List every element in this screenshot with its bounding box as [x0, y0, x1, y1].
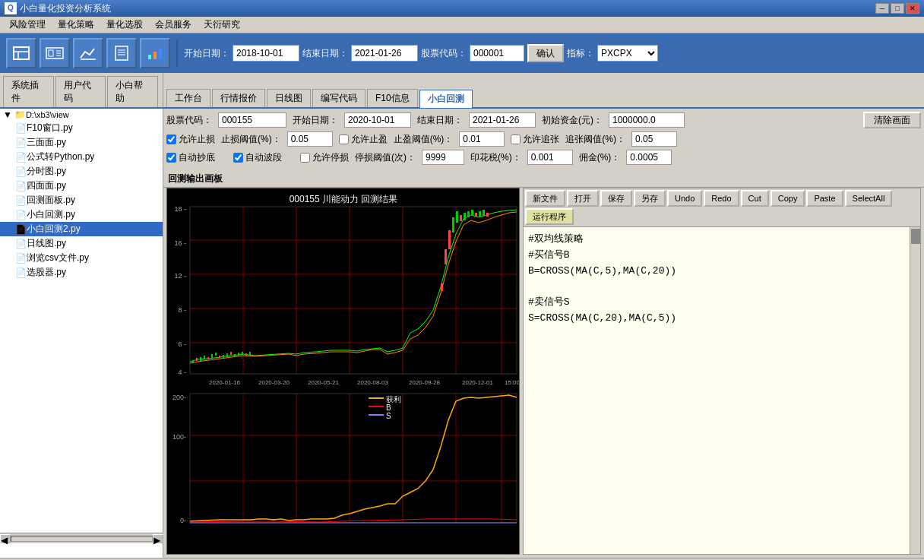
- title-bar: Q 小白量化投资分析系统 ─ □ ✕: [0, 0, 924, 17]
- menu-member[interactable]: 会员服务: [149, 17, 198, 33]
- confirm-button[interactable]: 确认: [527, 44, 564, 62]
- toolbar-btn-chart[interactable]: [73, 38, 103, 68]
- svg-rect-64: [479, 211, 481, 217]
- stoploss2-checkbox[interactable]: [300, 153, 310, 163]
- stoploss2-input[interactable]: [422, 150, 464, 165]
- tab-usercode[interactable]: 用户代码: [55, 76, 106, 107]
- tree-item-sanmian[interactable]: 📄 三面面.py: [0, 135, 163, 150]
- close-button[interactable]: ✕: [906, 3, 919, 14]
- tree-item-xiaobai2[interactable]: 📄 小白回测2.py: [0, 222, 163, 236]
- stoploss-checkbox[interactable]: [166, 134, 176, 144]
- tree-item-dayline[interactable]: 📄 日线图.py: [0, 236, 163, 251]
- tree-item-xiaobai[interactable]: 📄 小白回测.py: [0, 207, 163, 222]
- auto-wave-label: 自动波段: [245, 151, 282, 164]
- svg-rect-77: [369, 406, 384, 407]
- cut-button[interactable]: Cut: [741, 190, 769, 207]
- stamp-tax-input[interactable]: [527, 150, 573, 165]
- scroll-right-btn[interactable]: ▶: [153, 534, 163, 543]
- toolbar-btn-1[interactable]: [6, 38, 36, 68]
- auto-bottom-checkbox[interactable]: [166, 153, 176, 163]
- file-icon-2: 📄: [15, 152, 27, 163]
- tree-item-backtest-panel[interactable]: 📄 回测面板.py: [0, 193, 163, 207]
- stoploss2-label: 允许停损: [312, 151, 349, 164]
- tree-item-f10[interactable]: 📄 F10窗口.py: [0, 121, 163, 135]
- bt-stock-code-input[interactable]: [218, 112, 286, 128]
- commission-input[interactable]: [626, 150, 672, 165]
- tree-label-0: F10窗口.py: [27, 122, 73, 134]
- select-all-button[interactable]: SelectAll: [845, 190, 893, 207]
- undo-button[interactable]: Undo: [667, 190, 702, 207]
- trailing-threshold-input[interactable]: [631, 131, 677, 147]
- bt-stock-code-label: 股票代码：: [166, 114, 212, 127]
- bt-start-date-input[interactable]: [344, 112, 411, 128]
- menu-risk[interactable]: 风险管理: [3, 17, 52, 33]
- maximize-button[interactable]: □: [891, 3, 904, 14]
- tab-help[interactable]: 小白帮助: [107, 76, 158, 107]
- scroll-thumb[interactable]: [911, 229, 920, 244]
- allow-stoploss-check[interactable]: 允许止损: [166, 133, 215, 146]
- profit-checkbox[interactable]: [339, 134, 349, 144]
- stock-code-input[interactable]: [470, 45, 524, 62]
- indicator-select[interactable]: PXCPX: [597, 45, 658, 62]
- new-file-button[interactable]: 新文件: [525, 190, 565, 207]
- toolbar-btn-doc[interactable]: [106, 38, 137, 68]
- svg-rect-61: [467, 211, 470, 217]
- redo-button[interactable]: Redo: [704, 190, 739, 207]
- svg-rect-63: [475, 213, 477, 217]
- allow-stoploss2-check[interactable]: 允许停损: [300, 151, 349, 164]
- menu-quant-strategy[interactable]: 量化策略: [52, 17, 100, 33]
- auto-bottom-check[interactable]: 自动抄底: [166, 151, 215, 164]
- save-button[interactable]: 保存: [600, 190, 632, 207]
- tab-writecode[interactable]: 编写代码: [312, 89, 365, 107]
- tree-root[interactable]: ▼ 📁 D:\xb3\view: [0, 109, 163, 121]
- tree-item-stockpick[interactable]: 📄 选股器.py: [0, 265, 163, 280]
- allow-trailing-check[interactable]: 允许追张: [511, 133, 559, 146]
- stoploss-threshold-input[interactable]: [287, 131, 333, 147]
- profit-threshold-input[interactable]: [459, 131, 505, 147]
- tab-f10[interactable]: F10信息: [367, 89, 418, 107]
- auto-wave-checkbox[interactable]: [233, 153, 243, 163]
- output-section-title: 回测输出画板: [163, 171, 924, 188]
- svg-text:6 -: 6 -: [178, 340, 186, 348]
- code-editor[interactable]: #双均线策略 #买信号B B=CROSS(MA(C,5),MA(C,20)) #…: [524, 227, 910, 554]
- menu-quant-select[interactable]: 量化选股: [100, 17, 149, 33]
- tree-item-timechart[interactable]: 📄 分时图.py: [0, 164, 163, 179]
- trailing-checkbox[interactable]: [511, 134, 521, 144]
- svg-text:100-: 100-: [172, 433, 186, 441]
- tree-item-csv[interactable]: 📄 浏览csv文件.py: [0, 251, 163, 265]
- svg-rect-62: [471, 210, 473, 216]
- sidebar-scrollbar[interactable]: ◀ ▶: [0, 533, 163, 543]
- tab-plugins[interactable]: 系统插件: [3, 76, 54, 107]
- run-button[interactable]: 运行程序: [525, 208, 574, 225]
- tree-label-10: 选股器.py: [27, 266, 66, 279]
- start-date-input[interactable]: [233, 45, 299, 62]
- save-as-button[interactable]: 另存: [634, 190, 666, 207]
- menu-tianyan[interactable]: 天衍研究: [198, 17, 246, 33]
- tab-dayline[interactable]: 日线图: [267, 89, 311, 107]
- end-date-input[interactable]: [351, 45, 418, 62]
- bt-capital-input[interactable]: [609, 112, 685, 128]
- allow-profit-check[interactable]: 允许止盈: [339, 133, 388, 146]
- tree-item-formula[interactable]: 📄 公式转Python.py: [0, 150, 163, 164]
- svg-rect-48: [230, 352, 232, 355]
- scroll-track[interactable]: [11, 536, 153, 542]
- profit-threshold-label: 止盈阈值(%)：: [394, 133, 454, 146]
- scroll-left-btn[interactable]: ◀: [0, 534, 11, 543]
- minimize-button[interactable]: ─: [875, 3, 889, 14]
- svg-rect-49: [234, 354, 236, 356]
- clear-button[interactable]: 清除画面: [863, 112, 921, 128]
- tab-workspace[interactable]: 工作台: [166, 89, 210, 107]
- tab-quotes[interactable]: 行情报价: [212, 89, 265, 107]
- copy-button[interactable]: Copy: [771, 190, 805, 207]
- toolbar-btn-bar[interactable]: [140, 38, 170, 68]
- toolbar-btn-2[interactable]: [40, 38, 70, 68]
- end-date-label: 结束日期：: [302, 47, 348, 60]
- tree-item-fourmian[interactable]: 📄 四面面.py: [0, 179, 163, 193]
- main-toolbar: 开始日期： 结束日期： 股票代码： 确认 指标： PXCPX: [0, 33, 924, 73]
- tab-backtest[interactable]: 小白回测: [419, 90, 473, 108]
- paste-button[interactable]: Paste: [806, 190, 843, 207]
- auto-wave-check[interactable]: 自动波段: [233, 151, 282, 164]
- bt-end-date-input[interactable]: [469, 112, 536, 128]
- open-button[interactable]: 打开: [567, 190, 599, 207]
- code-scrollbar[interactable]: [910, 227, 920, 554]
